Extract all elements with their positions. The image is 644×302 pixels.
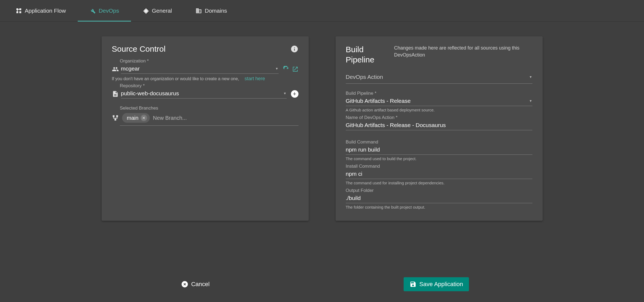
flow-icon — [16, 8, 22, 14]
output-folder-hint: The folder containing the built project … — [346, 205, 532, 209]
domain-icon — [195, 8, 202, 14]
svg-rect-0 — [16, 8, 18, 10]
org-help-row: If you don't have an organization or wou… — [112, 76, 298, 82]
branch-chip: main ✕ — [122, 113, 150, 123]
svg-rect-5 — [17, 10, 18, 12]
install-command-field: Install Command The command used for ins… — [346, 164, 532, 185]
main-content: Source Control Organization * mcgear ▼ — [0, 22, 644, 221]
branch-chip-label: main — [127, 115, 138, 121]
output-folder-field: Output Folder The folder containing the … — [346, 188, 532, 209]
tabs-bar: Application Flow DevOps General Domains — [0, 0, 644, 22]
branches-label: Selected Branches — [120, 106, 298, 111]
save-icon — [410, 281, 417, 288]
save-application-button[interactable]: Save Application — [404, 277, 469, 291]
chevron-down-icon: ▼ — [275, 67, 279, 71]
action-name-input[interactable] — [346, 121, 532, 130]
remove-branch-icon[interactable]: ✕ — [141, 115, 147, 121]
build-pipeline-hint: A Github action artifact based deploymen… — [346, 108, 532, 112]
output-folder-label: Output Folder — [346, 188, 532, 193]
footer-actions: Cancel Save Application — [0, 277, 644, 291]
repository-field: Repository * public-web-docusaurus ▼ + — [112, 83, 298, 99]
organization-label: Organization * — [120, 58, 298, 64]
cancel-icon — [181, 280, 188, 288]
devops-action-field: DevOps Action ▼ — [346, 69, 532, 84]
save-label: Save Application — [419, 281, 463, 288]
repository-select[interactable]: public-web-docusaurus ▼ — [121, 89, 287, 99]
build-pipeline-card: Build Pipeline Changes made here are ref… — [336, 36, 543, 221]
open-external-icon[interactable] — [292, 66, 298, 72]
install-command-hint: The command used for installing project … — [346, 181, 532, 185]
people-icon — [112, 66, 119, 73]
svg-rect-2 — [16, 11, 18, 13]
refresh-icon[interactable] — [283, 66, 289, 72]
source-control-card: Source Control Organization * mcgear ▼ — [102, 36, 309, 221]
devops-action-placeholder: DevOps Action — [346, 74, 528, 80]
chevron-down-icon: ▼ — [529, 99, 532, 103]
branches-field: Selected Branches main ✕ New Branch... — [112, 106, 298, 126]
build-command-label: Build Command — [346, 139, 532, 145]
organization-field: Organization * mcgear ▼ — [112, 58, 298, 74]
info-icon[interactable] — [290, 45, 298, 53]
build-pipeline-field: Build Pipeline * GitHub Artifacts - Rele… — [346, 91, 532, 112]
build-pipeline-title: Build Pipeline — [346, 44, 394, 65]
cancel-button[interactable]: Cancel — [175, 277, 215, 291]
tab-label: Application Flow — [25, 8, 66, 14]
organization-select[interactable]: mcgear ▼ — [121, 64, 279, 74]
tab-application-flow[interactable]: Application Flow — [4, 0, 78, 21]
build-pipeline-select-label: Build Pipeline * — [346, 91, 532, 96]
chevron-down-icon: ▼ — [529, 75, 532, 79]
repository-label: Repository * — [120, 83, 298, 89]
org-help-text: If you don't have an organization or wou… — [112, 76, 239, 81]
repository-value: public-web-docusaurus — [121, 90, 282, 97]
build-pipeline-value: GitHub Artifacts - Release — [346, 98, 528, 104]
build-pipeline-select[interactable]: GitHub Artifacts - Release ▼ — [346, 97, 532, 106]
chevron-down-icon: ▼ — [283, 92, 287, 95]
build-command-field: Build Command The command used to build … — [346, 139, 532, 161]
extension-icon — [143, 8, 149, 14]
install-command-input[interactable] — [346, 170, 532, 179]
build-pipeline-subtitle: Changes made here are reflected for all … — [394, 44, 532, 58]
new-branch-input[interactable]: New Branch... — [153, 115, 298, 121]
tab-label: Domains — [205, 8, 227, 14]
action-name-label: Name of DevOps Action * — [346, 115, 532, 120]
tab-general[interactable]: General — [131, 0, 184, 21]
build-command-input[interactable] — [346, 145, 532, 155]
action-name-field: Name of DevOps Action * — [346, 115, 532, 130]
source-control-title: Source Control — [112, 44, 166, 54]
file-icon — [112, 90, 119, 97]
svg-rect-3 — [19, 11, 21, 13]
organization-value: mcgear — [121, 65, 274, 72]
branch-icon — [112, 114, 119, 121]
svg-rect-12 — [115, 118, 115, 119]
build-command-hint: The command used to build the project. — [346, 156, 532, 161]
start-here-link[interactable]: start here — [245, 76, 265, 81]
svg-rect-4 — [18, 9, 20, 10]
output-folder-input[interactable] — [346, 194, 532, 203]
cancel-label: Cancel — [191, 281, 209, 288]
add-repository-button[interactable]: + — [291, 90, 298, 98]
install-command-label: Install Command — [346, 164, 532, 169]
svg-rect-1 — [19, 8, 21, 10]
tab-domains[interactable]: Domains — [184, 0, 239, 21]
wrench-icon — [90, 8, 96, 14]
tab-devops[interactable]: DevOps — [78, 0, 131, 21]
tab-label: DevOps — [99, 8, 119, 14]
tab-label: General — [152, 8, 172, 14]
devops-action-select[interactable]: DevOps Action ▼ — [346, 69, 532, 84]
